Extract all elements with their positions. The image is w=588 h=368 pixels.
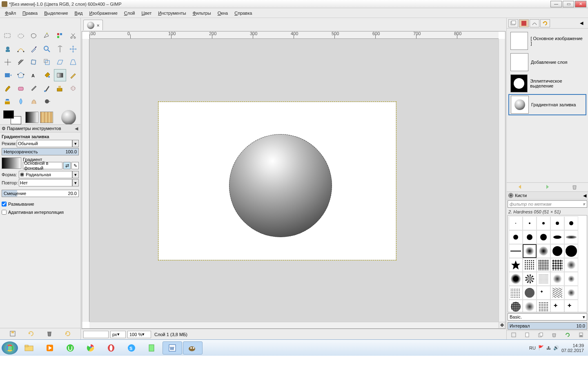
paintbrush-tool[interactable]: [2, 82, 14, 94]
brush-item[interactable]: [537, 216, 550, 230]
maximize-button[interactable]: ▭: [563, 1, 574, 7]
brush-preset-select[interactable]: Basic.▾: [508, 313, 587, 321]
menu-windows[interactable]: Окна: [214, 9, 232, 17]
brush-item[interactable]: [564, 258, 578, 272]
brush-item[interactable]: [550, 216, 564, 230]
scrollbar-vertical[interactable]: [499, 39, 505, 322]
brush-item[interactable]: [537, 272, 550, 286]
brush-item[interactable]: [564, 286, 578, 300]
undo-history-tab[interactable]: [540, 19, 550, 27]
brush-item[interactable]: [550, 244, 564, 258]
crop-tool[interactable]: [15, 56, 27, 68]
pencil-tool[interactable]: [67, 69, 79, 81]
undo-item-current[interactable]: Градиентная заливка: [508, 94, 586, 115]
brush-item[interactable]: [523, 286, 537, 300]
start-button[interactable]: [2, 341, 18, 355]
brush-item[interactable]: [564, 230, 578, 244]
brush-interval-slider[interactable]: Интервал 10.0: [508, 322, 587, 330]
unit-select[interactable]: px ▾: [110, 331, 126, 338]
brush-item[interactable]: [564, 244, 578, 258]
smudge-tool[interactable]: [28, 95, 40, 108]
heal-tool[interactable]: [67, 82, 79, 94]
skype-taskbar-icon[interactable]: S: [122, 341, 141, 355]
dodge-tool[interactable]: [41, 95, 53, 108]
chrome-taskbar-icon[interactable]: [81, 341, 100, 355]
mode-dropdown-icon[interactable]: ▾: [72, 140, 79, 147]
gradient-chip[interactable]: [2, 157, 21, 169]
gradient-tool[interactable]: [54, 69, 66, 81]
scrollbar-horizontal[interactable]: [89, 322, 499, 328]
panel-menu-icon[interactable]: ◀: [577, 19, 586, 27]
minimize-button[interactable]: —: [550, 1, 562, 7]
shape-select[interactable]: Радиальная: [19, 171, 72, 178]
image-tab[interactable]: ×: [83, 20, 103, 30]
brush-item[interactable]: [509, 216, 523, 230]
layers-tab[interactable]: [508, 19, 518, 27]
zoom-tool[interactable]: [41, 43, 53, 55]
new-brush-icon[interactable]: [524, 332, 530, 339]
brush-item[interactable]: [509, 300, 523, 312]
brush-item[interactable]: [537, 244, 550, 258]
active-image-preview[interactable]: [61, 110, 76, 125]
color-select-tool[interactable]: [54, 30, 66, 42]
scissors-tool[interactable]: [67, 30, 79, 42]
brush-item[interactable]: [537, 258, 550, 272]
bucket-fill-tool[interactable]: [41, 69, 53, 81]
color-picker-tool[interactable]: [28, 43, 40, 55]
menu-layer[interactable]: Слой: [121, 9, 138, 17]
close-button[interactable]: ✕: [575, 1, 586, 7]
ruler-vertical[interactable]: [82, 39, 89, 322]
tray-network-icon[interactable]: 🖧: [546, 346, 551, 350]
scale-tool[interactable]: [41, 56, 53, 68]
media-taskbar-icon[interactable]: [40, 341, 60, 355]
mode-select[interactable]: Обычный: [17, 140, 72, 147]
brush-item[interactable]: [523, 230, 537, 244]
eraser-tool[interactable]: [15, 82, 27, 94]
ruler-horizontal[interactable]: [89, 31, 499, 39]
rotate-tool[interactable]: [28, 56, 40, 68]
repeat-select[interactable]: Нет: [19, 179, 72, 186]
rect-select-tool[interactable]: [2, 30, 14, 42]
perspective-clone-tool[interactable]: [2, 95, 14, 108]
undo-back-icon[interactable]: [517, 184, 523, 191]
brush-item[interactable]: [564, 216, 578, 230]
perspective-tool[interactable]: [67, 56, 79, 68]
gradient-preview[interactable]: [25, 112, 38, 123]
menu-image[interactable]: Изображение: [86, 9, 120, 17]
brush-item[interactable]: [550, 272, 564, 286]
notepadpp-taskbar-icon[interactable]: [142, 341, 162, 355]
undo-item[interactable]: Добавление слоя: [508, 52, 586, 73]
edit-gradient-icon[interactable]: ✎: [71, 162, 79, 169]
flip-tool[interactable]: [2, 69, 14, 81]
foreground-select-tool[interactable]: [2, 43, 14, 55]
restore-preset-icon[interactable]: [28, 330, 34, 338]
delete-brush-icon[interactable]: [551, 332, 557, 339]
paths-tab[interactable]: [530, 19, 539, 27]
paths-tool[interactable]: [15, 43, 27, 55]
undo-item[interactable]: Эллиптическое выделение: [508, 73, 586, 94]
pattern-preview[interactable]: [40, 112, 53, 123]
blur-tool[interactable]: [15, 95, 27, 108]
brush-item[interactable]: ✚: [564, 300, 578, 312]
canvas-viewport[interactable]: [89, 39, 499, 322]
brush-item[interactable]: [523, 272, 537, 286]
fuzzy-select-tool[interactable]: [41, 30, 53, 42]
clone-tool[interactable]: [54, 82, 66, 94]
channels-tab[interactable]: [519, 19, 529, 27]
ellipse-select-tool[interactable]: [15, 30, 27, 42]
airbrush-tool[interactable]: [28, 82, 40, 94]
gimp-taskbar-icon[interactable]: [183, 341, 203, 355]
dither-checkbox[interactable]: [2, 202, 7, 206]
brush-item[interactable]: [537, 300, 550, 312]
collapse-icon[interactable]: ◀: [75, 126, 79, 131]
utorrent-taskbar-icon[interactable]: [60, 341, 80, 355]
brush-item-selected[interactable]: [523, 244, 537, 258]
repeat-dropdown-icon[interactable]: ▾: [72, 179, 79, 186]
menu-view[interactable]: Вид: [71, 9, 86, 17]
align-tool[interactable]: [2, 56, 14, 68]
tray-clock[interactable]: 14:39 07.02.2017: [561, 343, 584, 353]
measure-tool[interactable]: [54, 43, 66, 55]
save-preset-icon[interactable]: [9, 330, 16, 338]
undo-forward-icon[interactable]: [544, 184, 550, 191]
delete-preset-icon[interactable]: [46, 330, 53, 338]
